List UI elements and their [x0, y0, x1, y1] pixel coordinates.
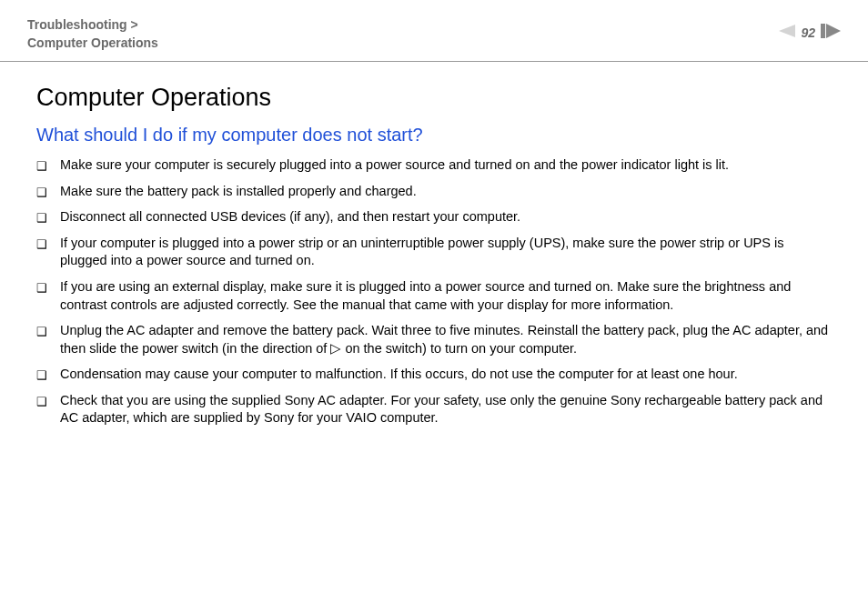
bullet-text: Make sure the battery pack is installed … — [60, 183, 832, 201]
page-title: Computer Operations — [36, 84, 832, 112]
bullet-icon: ❑ — [36, 367, 47, 384]
svg-marker-0 — [779, 25, 795, 37]
list-item: ❑ Check that you are using the supplied … — [36, 392, 832, 427]
bullet-text: Unplug the AC adapter and remove the bat… — [60, 322, 832, 357]
list-item: ❑ Disconnect all connected USB devices (… — [36, 208, 832, 226]
list-item: ❑ Make sure your computer is securely pl… — [36, 156, 832, 175]
breadcrumb: Troubleshooting > Computer Operations — [27, 16, 158, 52]
bullet-text: Make sure your computer is securely plug… — [60, 156, 832, 175]
list-item: ❑ Make sure the battery pack is installe… — [36, 183, 832, 201]
breadcrumb-page: Computer Operations — [27, 35, 158, 53]
svg-marker-2 — [826, 24, 841, 38]
svg-rect-1 — [821, 24, 825, 38]
bullet-icon: ❑ — [36, 394, 47, 410]
list-item: ❑ If you are using an external display, … — [36, 278, 832, 314]
page-number: 92 — [801, 25, 815, 40]
prev-page-icon[interactable] — [779, 25, 795, 41]
bullet-icon: ❑ — [36, 210, 47, 226]
pager: 92 — [779, 24, 841, 42]
bullet-text: If your computer is plugged into a power… — [60, 235, 832, 270]
next-page-icon[interactable] — [821, 24, 841, 42]
breadcrumb-section: Troubleshooting > — [27, 16, 158, 35]
bullet-list: ❑ Make sure your computer is securely pl… — [36, 156, 832, 427]
content-area: Computer Operations What should I do if … — [0, 62, 868, 454]
bullet-text: Check that you are using the supplied So… — [60, 392, 832, 427]
bullet-icon: ❑ — [36, 158, 47, 175]
bullet-icon: ❑ — [36, 280, 47, 296]
bullet-text: If you are using an external display, ma… — [60, 278, 832, 314]
bullet-icon: ❑ — [36, 185, 47, 201]
bullet-text: Disconnect all connected USB devices (if… — [60, 208, 832, 226]
section-heading: What should I do if my computer does not… — [36, 125, 832, 146]
bullet-icon: ❑ — [36, 236, 47, 253]
bullet-icon: ❑ — [36, 324, 47, 340]
list-item: ❑ Condensation may cause your computer t… — [36, 366, 832, 384]
list-item: ❑ Unplug the AC adapter and remove the b… — [36, 322, 832, 357]
bullet-text: Condensation may cause your computer to … — [60, 366, 832, 384]
list-item: ❑ If your computer is plugged into a pow… — [36, 235, 832, 270]
page-header: Troubleshooting > Computer Operations 92 — [0, 0, 868, 62]
